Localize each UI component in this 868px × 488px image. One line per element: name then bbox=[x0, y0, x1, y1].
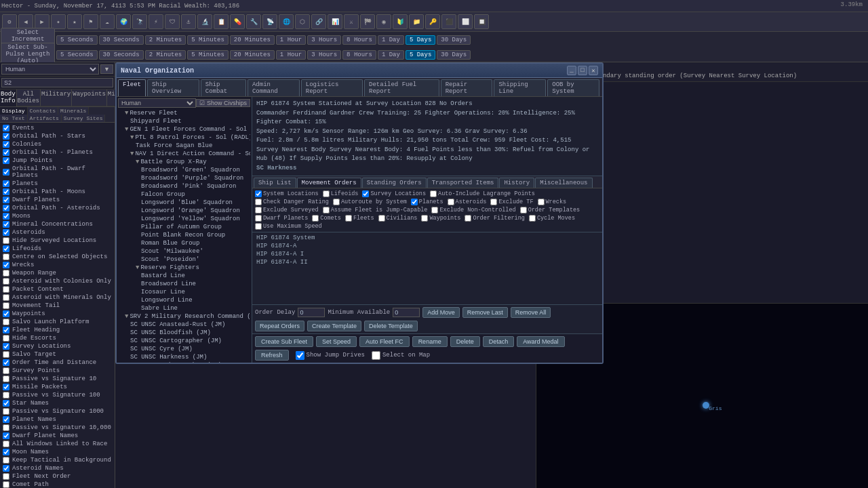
tree-item-27[interactable]: SC UNSC Bloodfish (JM) bbox=[118, 329, 250, 337]
naval-tab-shipping[interactable]: Shipping Line bbox=[494, 79, 546, 96]
icon1[interactable]: ⚙ bbox=[2, 14, 17, 29]
tree-item-11[interactable]: Longsword 'Blue' Squadron bbox=[118, 199, 250, 207]
tree-item-22[interactable]: Icosaur Line bbox=[118, 288, 250, 296]
tree-item-26[interactable]: SC UNSC Anastead-Rust (JM) bbox=[118, 321, 250, 329]
cb-order-templates[interactable]: Order Templates bbox=[520, 207, 580, 214]
checklist-item-38[interactable]: All Windows Linked to Race bbox=[1, 440, 113, 448]
naval-tab-repair[interactable]: Repair Report bbox=[441, 79, 493, 96]
checklist-item-17[interactable]: Weapon Range bbox=[1, 269, 113, 277]
time-row2-btn-2-Minutes[interactable]: 2 Minutes bbox=[145, 50, 186, 60]
checklist-item-29[interactable]: Survey Points bbox=[1, 367, 113, 375]
select-on-map-check[interactable]: Select on Map bbox=[372, 351, 430, 360]
tree-item-16[interactable]: Roman Blue Group bbox=[118, 239, 250, 247]
icon8[interactable]: 🌍 bbox=[116, 14, 131, 29]
icon27[interactable]: 🔑 bbox=[425, 14, 440, 29]
time-row1-btn-30-Days[interactable]: 30 Days bbox=[437, 35, 471, 45]
tree-item-21[interactable]: Broadsword Line bbox=[118, 280, 250, 288]
time-row1-btn-3-Hours[interactable]: 3 Hours bbox=[307, 35, 341, 45]
cb-exclude-surveyed[interactable]: Exclude Surveyed bbox=[255, 207, 319, 214]
tree-item-6[interactable]: ▼Battle Group X-Ray bbox=[118, 158, 250, 166]
icon19[interactable]: ⬡ bbox=[295, 14, 310, 29]
time-row2-btn-5-Days[interactable]: 5 Days bbox=[406, 50, 435, 60]
auto-fleet-fc-btn[interactable]: Auto Fleet FC bbox=[359, 336, 410, 347]
subtab-artifacts[interactable]: Artifacts bbox=[28, 115, 62, 122]
cb-dwarf-planets[interactable]: Dwarf Planets bbox=[255, 215, 308, 222]
checklist-item-22[interactable]: Waypoints bbox=[1, 310, 113, 318]
icon29[interactable]: ⬜ bbox=[458, 14, 473, 29]
icon6[interactable]: ⚑ bbox=[83, 14, 98, 29]
checklist-item-30[interactable]: Passive vs Signature 10 bbox=[1, 375, 113, 383]
cb-max-speed[interactable]: Use Maximum Speed bbox=[255, 223, 322, 230]
tree-item-8[interactable]: Broadsword 'Purple' Squadron bbox=[118, 174, 250, 182]
time-row2-btn-30-Days[interactable]: 30 Days bbox=[437, 50, 471, 60]
checklist-item-42[interactable]: Fleet Next Order bbox=[1, 472, 113, 481]
show-jump-drives-check[interactable]: Show Jump Drives bbox=[296, 351, 365, 360]
checklist-item-24[interactable]: Fleet Heading bbox=[1, 326, 113, 334]
naval-tab-ship-overview[interactable]: Ship Overview bbox=[147, 79, 199, 96]
checklist-item-20[interactable]: Asteroid with Minerals Only bbox=[1, 293, 113, 302]
time-row1-btn-20-Minutes[interactable]: 20 Minutes bbox=[230, 35, 275, 45]
checklist-item-23[interactable]: Salvo Launch Platform bbox=[1, 318, 113, 326]
checklist-item-21[interactable]: Movement Tail bbox=[1, 302, 113, 310]
ship-tab-standing[interactable]: Standing Orders bbox=[362, 178, 427, 188]
icon30[interactable]: 🔲 bbox=[474, 14, 489, 29]
detach-btn[interactable]: Detach bbox=[483, 336, 515, 347]
checklist-item-12[interactable]: Asteroids bbox=[1, 228, 113, 237]
tree-item-31[interactable]: SC UNSC Hydrographer (JM) bbox=[118, 361, 250, 363]
checklist-item-41[interactable]: Asteroid Names bbox=[1, 464, 113, 472]
tree-item-0[interactable]: ▼Reserve Fleet bbox=[118, 109, 250, 117]
ship-tab-history[interactable]: History bbox=[499, 178, 534, 188]
tree-item-9[interactable]: Broadsword 'Pink' Squadron bbox=[118, 182, 250, 190]
checklist-item-39[interactable]: Moon Names bbox=[1, 448, 113, 456]
fleet-race-filter[interactable]: Human bbox=[118, 98, 196, 108]
icon28[interactable]: ⬛ bbox=[441, 14, 456, 29]
checklist-item-18[interactable]: Asteroid with Colonies Only bbox=[1, 277, 113, 285]
icon14[interactable]: 📋 bbox=[214, 14, 229, 29]
checklist-item-10[interactable]: Moons bbox=[1, 212, 113, 220]
set-speed-btn[interactable]: Set Speed bbox=[316, 336, 357, 347]
subtab-minerals[interactable]: Minerals bbox=[58, 107, 89, 115]
checklist-item-13[interactable]: Hide Surveyed Locations bbox=[1, 237, 113, 245]
rename-btn[interactable]: Rename bbox=[412, 336, 448, 347]
naval-maximize[interactable]: □ bbox=[578, 66, 587, 75]
naval-minimize[interactable]: _ bbox=[567, 66, 576, 75]
ship-tab-movement[interactable]: Movement Orders bbox=[297, 178, 361, 188]
tree-item-15[interactable]: Point Blank Recon Group bbox=[118, 231, 250, 239]
system-item-2[interactable]: HIP 61874-A I bbox=[255, 250, 599, 258]
naval-tab-oob[interactable]: OOB by System bbox=[547, 79, 599, 96]
filter-btn[interactable]: ▼ bbox=[100, 64, 113, 74]
time-row2-btn-20-Minutes[interactable]: 20 Minutes bbox=[230, 50, 275, 60]
time-row2-btn-5-Minutes[interactable]: 5 Minutes bbox=[187, 50, 229, 60]
time-row2-btn-1-Day[interactable]: 1 Day bbox=[378, 50, 404, 60]
naval-tab-admin[interactable]: Admin Command bbox=[248, 79, 300, 96]
time-row1-btn-2-Minutes[interactable]: 2 Minutes bbox=[145, 35, 186, 45]
checklist-item-32[interactable]: Passive vs Signature 100 bbox=[1, 391, 113, 399]
icon15[interactable]: 💊 bbox=[230, 14, 245, 29]
time-row1-btn-5-Minutes[interactable]: 5 Minutes bbox=[187, 35, 229, 45]
remove-last-btn[interactable]: Remove Last bbox=[462, 307, 508, 318]
delete-btn[interactable]: Delete bbox=[450, 336, 480, 347]
search-input[interactable] bbox=[1, 78, 113, 87]
tree-item-14[interactable]: Pillar of Autumn Group bbox=[118, 223, 250, 231]
checklist-item-19[interactable]: Packet Content bbox=[1, 285, 113, 293]
cb-order-filter[interactable]: Order Filtering bbox=[465, 215, 525, 222]
checklist-item-31[interactable]: Missile Packets bbox=[1, 383, 113, 391]
checklist-item-27[interactable]: Salvo Target bbox=[1, 350, 113, 359]
checklist-item-2[interactable]: Colonies bbox=[1, 140, 113, 148]
icon20[interactable]: 🔗 bbox=[311, 14, 326, 29]
icon3[interactable]: ▶ bbox=[35, 14, 50, 29]
icon24[interactable]: ◉ bbox=[376, 14, 391, 29]
cb-lifeoids[interactable]: Lifeoids bbox=[323, 190, 359, 197]
add-move-btn[interactable]: Add Move bbox=[422, 307, 460, 318]
subtab-notext[interactable]: No Text bbox=[0, 115, 28, 122]
icon5[interactable]: ★ bbox=[67, 14, 82, 29]
checklist-item-40[interactable]: Keep Tactical in Background bbox=[1, 456, 113, 464]
naval-tab-fuel[interactable]: Detailed Fuel Report bbox=[364, 79, 439, 96]
icon17[interactable]: 📡 bbox=[262, 14, 277, 29]
tree-item-25[interactable]: ▼SRV 2 Military Research Command (CAPT) … bbox=[118, 312, 250, 321]
tree-item-2[interactable]: ▼GEN 1 Fleet Forces Command - Sol (FADM)… bbox=[118, 125, 250, 134]
cb-lagrange[interactable]: Auto-Include Lagrange Points bbox=[430, 190, 535, 197]
tree-item-24[interactable]: Sabre Line bbox=[118, 304, 250, 312]
cb-asteroids[interactable]: Asteroids bbox=[448, 199, 487, 205]
fleet-show-civships[interactable]: ☑ Show Civships bbox=[196, 99, 250, 107]
